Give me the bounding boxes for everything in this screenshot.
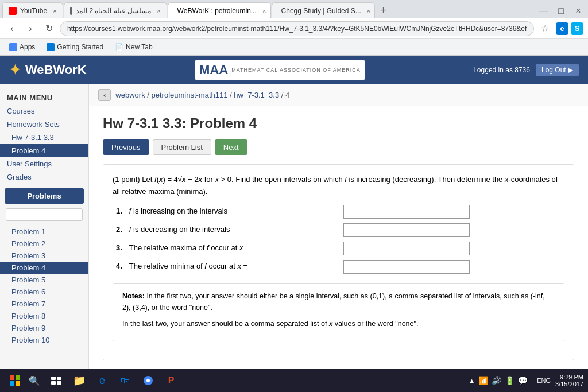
sidebar-search-input[interactable]: [6, 208, 83, 221]
tab-webwork[interactable]: WeBWorK : petroleumin... ×: [168, 2, 271, 18]
breadcrumb-back-button[interactable]: ‹: [98, 89, 111, 101]
svg-rect-3: [16, 381, 20, 386]
taskbar-lang: ENG: [537, 377, 551, 384]
taskbar-app-taskview[interactable]: [46, 370, 67, 391]
problem-list-button[interactable]: Problem List: [153, 139, 211, 155]
sidebar-problem-6[interactable]: Problem 6: [0, 286, 88, 298]
taskbar-time: 9:29 PM: [555, 374, 583, 381]
sidebar-problem-3[interactable]: Problem 3: [0, 250, 88, 262]
table-row: 1. f is increasing on the intervals: [113, 203, 564, 221]
breadcrumb-webwork-link[interactable]: webwork: [115, 91, 145, 99]
taskbar-app-powerpoint[interactable]: P: [161, 370, 181, 391]
sidebar-problem-7[interactable]: Problem 7: [0, 298, 88, 310]
refresh-button[interactable]: ↻: [41, 21, 56, 36]
windows-icon: [9, 375, 21, 386]
answer-input-2[interactable]: [343, 223, 470, 237]
sidebar-problem-8[interactable]: Problem 8: [0, 310, 88, 322]
answer-num-3: 3.: [113, 239, 126, 258]
sidebar-problem-1[interactable]: Problem 1: [0, 226, 88, 238]
taskbar-app-edge[interactable]: e: [92, 370, 113, 391]
answer-input-3[interactable]: [343, 242, 470, 255]
bookmark-star-icon[interactable]: ☆: [537, 21, 552, 36]
bookmark-apps[interactable]: Apps: [5, 42, 40, 52]
tab-chegg-close-icon[interactable]: ×: [367, 7, 370, 14]
taskbar-search-button[interactable]: 🔍: [25, 371, 44, 390]
tab-youtube[interactable]: YouTube ×: [2, 2, 63, 18]
svg-rect-0: [10, 375, 14, 380]
explorer-icon: 📁: [73, 374, 86, 387]
logged-in-text: Logged in as 8736: [473, 66, 530, 74]
notes-box: Notes: In the first two, your answer sho…: [113, 283, 564, 341]
up-arrow-icon[interactable]: ▲: [469, 377, 475, 384]
sidebar-main-menu-label: MAIN MENU: [0, 89, 88, 104]
bookmark-new-tab[interactable]: 📄 New Tab: [110, 42, 157, 52]
breadcrumb-bar: ‹ webwork / petroleuminst-math111 / hw_7…: [89, 84, 588, 106]
sidebar-item-homework-sets[interactable]: Homework Sets: [0, 118, 88, 131]
webwork-header: ✦ WeBWorK MAA MATHEMATICAL ASSOCIATION O…: [0, 56, 588, 84]
breadcrumb-hw-link[interactable]: hw_7-3.1_3.3: [234, 91, 279, 99]
tab-youtube-close-icon[interactable]: ×: [53, 7, 56, 14]
log-out-button[interactable]: Log Out ▶: [536, 64, 579, 76]
store-icon: 🛍: [121, 375, 130, 386]
bookmark-new-tab-label: New Tab: [126, 43, 152, 51]
taskbar-app-explorer[interactable]: 📁: [69, 370, 90, 391]
breadcrumb-text: webwork / petroleuminst-math111 / hw_7-3…: [115, 91, 289, 99]
bookmarks-bar: Apps Getting Started 📄 New Tab: [0, 39, 588, 55]
taskbar-app-store[interactable]: 🛍: [115, 370, 136, 391]
sidebar-item-courses[interactable]: Courses: [0, 104, 88, 118]
sidebar-item-grades[interactable]: Grades: [0, 170, 88, 184]
extension-icons: e S: [556, 22, 583, 35]
volume-icon[interactable]: 🔊: [492, 376, 501, 385]
next-button[interactable]: Next: [215, 139, 247, 155]
skype-extension-icon[interactable]: S: [571, 22, 583, 35]
answer-num-4: 4.: [113, 258, 126, 276]
taskbar: 🔍 📁 e 🛍 P ▲: [0, 369, 588, 392]
table-row: 3. The relative maxima of f occur at x =: [113, 239, 564, 258]
arabic-favicon-icon: [70, 7, 73, 15]
forward-button[interactable]: ›: [23, 21, 38, 36]
sidebar-item-hw[interactable]: Hw 7-3.1 3.3: [0, 131, 88, 144]
problems-header: Problems: [5, 188, 84, 204]
sidebar-item-user-settings[interactable]: User Settings: [0, 157, 88, 170]
problem-text: (1 point) Let f(x) = 4√x − 2x for x > 0.…: [113, 174, 564, 198]
answer-input-1[interactable]: [343, 205, 470, 219]
content-area: MAIN MENU Courses Homework Sets Hw 7-3.1…: [0, 84, 588, 392]
address-input[interactable]: [60, 21, 534, 36]
sidebar-problem-5[interactable]: Problem 5: [0, 274, 88, 286]
sidebar-problem-10[interactable]: Problem 10: [0, 334, 88, 346]
tab-webwork-close-icon[interactable]: ×: [262, 7, 266, 14]
answer-cell-3: [340, 239, 564, 258]
previous-button[interactable]: Previous: [103, 139, 149, 155]
ie-extension-icon[interactable]: e: [556, 22, 568, 35]
maa-box: MAA MATHEMATICAL ASSOCIATION OF AMERICA: [195, 60, 365, 80]
new-tab-button[interactable]: +: [376, 2, 392, 18]
svg-rect-6: [51, 381, 56, 385]
restore-button[interactable]: □: [554, 3, 568, 18]
notification-icon[interactable]: 💬: [518, 376, 528, 385]
answer-input-4[interactable]: [343, 260, 470, 274]
sidebar-problem-2[interactable]: Problem 2: [0, 238, 88, 250]
start-button[interactable]: [5, 370, 25, 391]
problem-nav: Previous Problem List Next: [103, 139, 574, 155]
tab-webwork-label: WeBWorK : petroleumin...: [177, 7, 257, 15]
problem-statement: (1 point) Let f(x) = 4√x − 2x for x > 0.…: [103, 164, 574, 360]
tab-arabic-close-icon[interactable]: ×: [157, 7, 160, 14]
network-icon[interactable]: 📶: [478, 376, 488, 385]
powerpoint-icon: P: [168, 375, 175, 386]
taskbar-clock: 9:29 PM 3/15/2017: [555, 374, 583, 387]
minimize-button[interactable]: —: [536, 3, 551, 18]
notes-title: Notes:: [122, 292, 145, 300]
back-button[interactable]: ‹: [5, 21, 20, 36]
battery-icon[interactable]: 🔋: [505, 376, 514, 385]
taskbar-app-chrome[interactable]: [138, 370, 158, 391]
sidebar-problem-4[interactable]: Problem 4: [0, 262, 88, 274]
answer-label-2: f is decreasing on the intervals: [126, 221, 341, 239]
close-button[interactable]: ×: [571, 3, 586, 18]
tab-arabic[interactable]: مسلسل عيلة الحياة 2 المد ×: [64, 2, 167, 18]
sidebar-problem-9[interactable]: Problem 9: [0, 322, 88, 334]
sidebar-item-problem4[interactable]: Problem 4: [0, 144, 88, 157]
tab-youtube-label: YouTube: [20, 7, 47, 15]
tab-chegg[interactable]: Chegg Study | Guided S... ×: [272, 2, 375, 18]
breadcrumb-course-link[interactable]: petroleuminst-math111: [152, 91, 228, 99]
bookmark-getting-started[interactable]: Getting Started: [42, 42, 108, 52]
